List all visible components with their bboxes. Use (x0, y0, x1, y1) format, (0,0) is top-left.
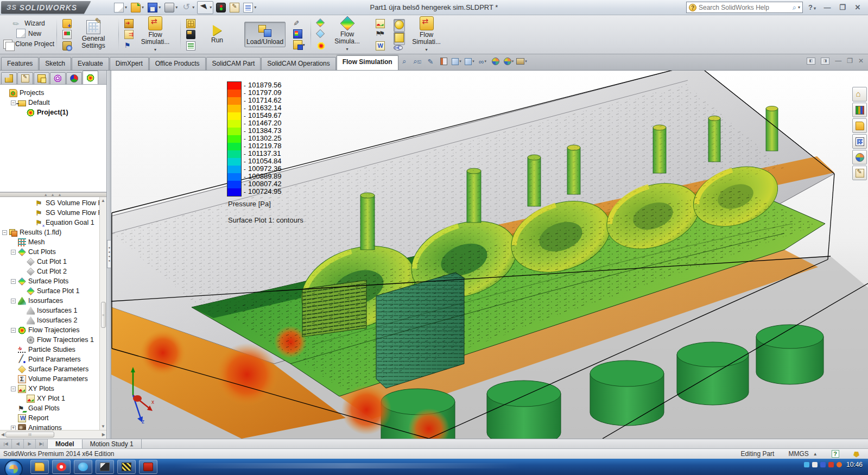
home-button[interactable] (852, 87, 867, 102)
interference-check-button[interactable] (215, 2, 227, 14)
scroll-left-icon[interactable]: ◀ (1, 432, 4, 437)
tree-expander[interactable] (11, 100, 16, 105)
mesh-settings-icon[interactable] (186, 19, 195, 28)
cut-plot-icon[interactable] (315, 18, 324, 27)
tray-icon[interactable] (837, 462, 842, 467)
units-icon[interactable] (62, 30, 72, 39)
view-settings-icon[interactable]: ▾ (503, 56, 514, 67)
taskbar-solidworks-button[interactable] (139, 460, 157, 474)
doc-restore-button[interactable]: ❐ (847, 57, 853, 65)
tree-item[interactable]: Cut Plots (0, 247, 99, 257)
tree-item[interactable]: Report (0, 413, 99, 423)
zoom-in-out-icon[interactable]: ✎ (425, 56, 436, 67)
file-properties-button[interactable] (229, 2, 240, 14)
taskbar-photo-viewer-button[interactable] (96, 460, 114, 474)
minimize-button[interactable]: — (821, 3, 833, 11)
tree-item[interactable]: Isosurfaces (0, 296, 99, 306)
tree-item[interactable]: Isosurfaces 2 (0, 315, 99, 325)
model-tab[interactable]: Model (48, 439, 83, 448)
apply-scene-icon[interactable] (490, 56, 501, 67)
tree-item[interactable]: XY Plots (0, 384, 99, 394)
zoom-to-fit-icon[interactable]: ⌕ (399, 56, 410, 67)
close-button[interactable]: ✕ (852, 3, 864, 11)
save-button[interactable]: ▾ (147, 2, 162, 14)
pane-right-button[interactable]: ◨ (821, 58, 829, 65)
tray-icon[interactable] (804, 462, 809, 467)
tree-item[interactable]: Surface Parameters (0, 364, 99, 374)
new-project-button[interactable]: New (16, 28, 41, 39)
tree-expander[interactable] (11, 299, 16, 303)
select-button[interactable]: ◥▾ (197, 1, 213, 14)
tree-item[interactable]: Goal Plots (0, 403, 99, 413)
load-unload-button[interactable]: Load/Unload (244, 22, 286, 47)
options-button[interactable]: ▾ (242, 2, 257, 14)
tree-item[interactable]: Surface Plots (0, 276, 99, 286)
tree-item[interactable]: Animations (0, 423, 99, 430)
fan-icon[interactable] (394, 45, 403, 50)
doc-close-button[interactable]: ✕ (858, 57, 864, 65)
tray-icon[interactable] (820, 462, 826, 467)
units-selector[interactable]: MMGS▲ (788, 450, 817, 458)
tab-scroll-first-icon[interactable]: |◀ (0, 439, 12, 448)
flow-simulation-plots-button[interactable]: Flow Simula... ▾ (327, 16, 368, 54)
command-tab[interactable]: DimXpert (110, 57, 149, 70)
tree-item[interactable]: Cut Plot 2 (0, 267, 99, 276)
report-icon[interactable] (376, 41, 385, 50)
tray-icon[interactable] (812, 462, 818, 467)
file-explorer-button[interactable] (852, 118, 867, 133)
lighting-icon[interactable] (395, 20, 404, 29)
taskbar-skype-button[interactable] (74, 460, 92, 474)
tree-item[interactable]: Project(1) (0, 107, 106, 117)
tree-item[interactable]: Default (0, 98, 106, 107)
new-document-button[interactable]: ▾ (113, 2, 128, 14)
wizard-button[interactable]: ✎Wizard (12, 18, 45, 28)
viewport-3d-model[interactable]: x z (111, 71, 868, 439)
calculation-control-icon[interactable] (62, 41, 72, 50)
tree-expander[interactable] (11, 279, 16, 284)
scroll-right-icon[interactable]: ▶ (102, 432, 105, 437)
taskbar-clock[interactable]: 10:46 (846, 461, 863, 468)
tree-item[interactable]: Flow Trajectories (0, 325, 99, 335)
tab-scroll-prev-icon[interactable]: ◀ (12, 439, 24, 448)
panel-splitter[interactable]: ◂◂◂◂ (107, 71, 111, 439)
zoom-to-area-icon[interactable]: ⌕◱ (412, 56, 423, 67)
camera-icon[interactable]: ▾ (516, 56, 527, 67)
help-button[interactable]: ? ▾ (806, 3, 818, 11)
tree-item[interactable]: Projects (0, 88, 106, 98)
section-view-icon[interactable] (438, 56, 449, 67)
search-icon[interactable]: ⌕ (793, 3, 796, 12)
tree-item[interactable]: Mesh (0, 237, 99, 247)
doc-minimize-button[interactable]: — (835, 57, 841, 65)
tree-item[interactable]: Surface Plot 1 (0, 286, 99, 296)
tree-expander[interactable] (11, 328, 16, 333)
command-tab[interactable]: SolidCAM Operations (261, 57, 335, 70)
hscroll-thumb[interactable]: III (5, 432, 54, 438)
palette-save-icon[interactable] (293, 29, 302, 39)
dimxpert-tab[interactable] (50, 72, 66, 84)
taskbar-browser-button[interactable] (52, 460, 71, 474)
tree-item[interactable]: Volume Parameters (0, 374, 99, 384)
sources-icon[interactable] (124, 30, 134, 39)
view-palette-button[interactable] (852, 134, 867, 149)
clone-project-button[interactable]: Clone Project (3, 39, 54, 49)
tree-expander[interactable] (11, 387, 16, 391)
configuration-tab[interactable] (34, 72, 49, 84)
part-tree-tab[interactable] (1, 72, 17, 84)
tree-expander[interactable] (2, 230, 7, 235)
command-tab[interactable]: SolidCAM Part (206, 57, 261, 70)
tree-item[interactable]: Particle Studies (0, 345, 99, 354)
tab-scroll-last-icon[interactable]: ▶| (36, 439, 48, 448)
general-settings-button[interactable]: General Settings (73, 19, 114, 50)
quick-tips-icon[interactable]: ? (832, 450, 839, 458)
solver-icon[interactable] (186, 30, 195, 39)
command-tab[interactable]: Features (1, 57, 39, 70)
command-tab[interactable]: Evaluate (72, 57, 109, 70)
point-probe-icon[interactable] (293, 19, 302, 28)
pane-left-button[interactable]: ◧ (807, 58, 815, 65)
scroll-thumb[interactable]: ≡ (101, 302, 106, 328)
tree-item[interactable]: Point Parameters (0, 354, 99, 364)
open-button[interactable]: ▾ (130, 2, 145, 14)
tree-vertical-scrollbar[interactable]: ▲ ≡ ▼ (99, 197, 106, 430)
motion-study-tab[interactable]: Motion Study 1 (83, 439, 142, 448)
tree-item[interactable]: Isosurfaces 1 (0, 306, 99, 315)
